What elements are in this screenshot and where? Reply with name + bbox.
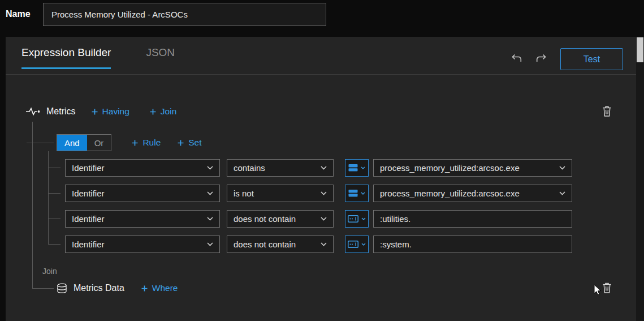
rule-value-input[interactable] (373, 236, 572, 253)
rule-field-dropdown[interactable]: Identifier (65, 210, 220, 228)
rule-row: Identifier does not contain (6, 210, 636, 228)
chevron-down-icon (321, 166, 327, 170)
add-rule-label: Rule (142, 138, 161, 148)
mouse-cursor (594, 284, 602, 298)
pulse-icon (25, 106, 40, 117)
trash-icon (602, 282, 612, 294)
chevron-down-icon (559, 191, 565, 195)
chevron-down-icon (207, 217, 213, 221)
rule-operator-value: contains (234, 163, 265, 173)
add-set-button[interactable]: Set (178, 138, 201, 148)
value-type-button[interactable] (345, 185, 369, 202)
rule-field-dropdown[interactable]: Identifier (65, 159, 220, 177)
redo-icon (534, 54, 548, 64)
plus-icon (132, 140, 138, 146)
rule-field-value: Identifier (72, 189, 105, 198)
tree-line (32, 122, 33, 288)
rule-value-dropdown[interactable]: process_memory_utilized:arcsoc.exe (373, 185, 572, 202)
rule-value-input[interactable] (373, 210, 572, 228)
and-toggle[interactable]: And (57, 135, 87, 151)
rule-row: Identifier contains process_memory_utili… (6, 159, 636, 177)
rule-row: Identifier does not contain (6, 236, 636, 253)
name-label: Name (6, 9, 31, 19)
rule-field-dropdown[interactable]: Identifier (65, 185, 220, 202)
chevron-down-icon (207, 166, 213, 170)
expression-builder-panel: Expression Builder JSON Test Metrics Hav… (6, 37, 636, 321)
rule-operator-value: does not contain (234, 239, 296, 249)
metrics-section-label: Metrics (46, 106, 76, 117)
chevron-down-icon (321, 191, 327, 195)
tree-line (32, 288, 54, 289)
chevron-down-icon (321, 242, 327, 246)
rule-operator-value: does not contain (234, 214, 296, 224)
delete-join-button[interactable] (600, 281, 613, 294)
input-box-icon (348, 241, 358, 248)
rule-field-value: Identifier (72, 163, 105, 173)
plus-icon (141, 285, 148, 292)
delete-metrics-button[interactable] (600, 105, 613, 117)
chevron-down-icon (361, 192, 365, 195)
metrics-section-header: Metrics Having Join (25, 104, 176, 119)
layers-icon (348, 164, 358, 172)
value-type-button[interactable] (345, 210, 369, 228)
add-having-button[interactable]: Having (92, 106, 129, 117)
chevron-down-icon (361, 166, 365, 169)
rule-operator-dropdown[interactable]: is not (227, 185, 334, 202)
layers-icon (348, 189, 358, 198)
rule-row: Identifier is not process_memory_utilize… (6, 185, 636, 202)
rule-operator-dropdown[interactable]: contains (227, 159, 334, 177)
add-join-label: Join (161, 106, 176, 117)
or-toggle[interactable]: Or (87, 135, 111, 151)
rule-value-dropdown[interactable]: process_memory_utilized:arcsoc.exe (373, 159, 572, 177)
value-type-button[interactable] (345, 159, 369, 177)
add-having-label: Having (102, 106, 129, 117)
chevron-down-icon (361, 217, 366, 220)
and-or-toggle: And Or (57, 134, 111, 151)
add-where-label: Where (152, 283, 178, 293)
chevron-down-icon (321, 217, 327, 221)
tabs-divider (6, 74, 636, 75)
chevron-down-icon (207, 191, 213, 195)
value-type-button[interactable] (345, 236, 369, 253)
plus-icon (178, 140, 184, 146)
tree-line (27, 143, 54, 143)
metrics-data-label: Metrics Data (74, 283, 124, 293)
undo-icon (510, 54, 524, 64)
database-icon (57, 283, 67, 294)
plus-icon (150, 109, 156, 115)
tab-expression-builder[interactable]: Expression Builder (21, 46, 111, 69)
add-set-label: Set (188, 138, 201, 148)
scrollbar-thumb[interactable] (637, 37, 643, 62)
rule-field-value: Identifier (72, 239, 105, 249)
test-button[interactable]: Test (560, 48, 623, 70)
chevron-down-icon (559, 166, 565, 170)
join-section-label: Join (42, 267, 57, 276)
plus-icon (92, 109, 98, 115)
rule-field-value: Identifier (72, 214, 105, 224)
rule-field-dropdown[interactable]: Identifier (65, 236, 220, 253)
tab-json[interactable]: JSON (146, 46, 175, 69)
rule-operator-dropdown[interactable]: does not contain (227, 236, 334, 253)
scrollbar[interactable] (636, 37, 644, 321)
trash-icon (602, 105, 612, 117)
chevron-down-icon (361, 243, 366, 246)
metrics-data-row: Metrics Data Where (57, 281, 178, 296)
rule-value: process_memory_utilized:arcsoc.exe (380, 163, 520, 173)
add-where-button[interactable]: Where (141, 283, 178, 293)
redo-button[interactable] (534, 53, 548, 65)
rule-value: process_memory_utilized:arcsoc.exe (380, 189, 520, 198)
undo-button[interactable] (509, 53, 524, 65)
input-box-icon (348, 215, 358, 222)
rule-operator-dropdown[interactable]: does not contain (227, 210, 334, 228)
chevron-down-icon (207, 242, 213, 246)
name-input[interactable] (43, 3, 326, 26)
group-row: And Or Rule Set (57, 134, 202, 151)
rule-operator-value: is not (234, 189, 254, 198)
tab-bar: Expression Builder JSON (21, 46, 175, 69)
add-rule-button[interactable]: Rule (132, 138, 161, 148)
add-join-button[interactable]: Join (150, 106, 176, 117)
